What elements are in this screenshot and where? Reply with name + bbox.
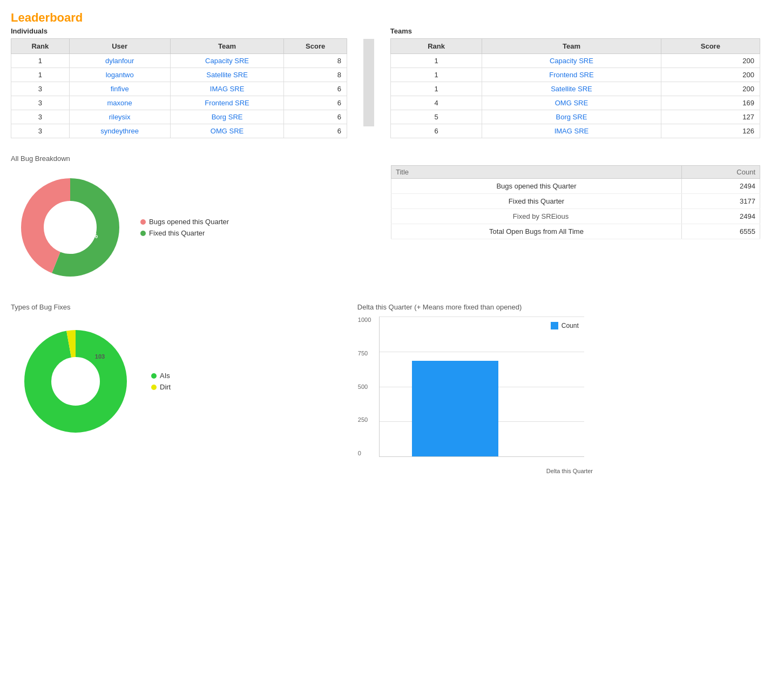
table-row: 3 syndeythree OMG SRE 6 — [11, 124, 347, 138]
table-row: 1 Capacity SRE 200 — [390, 54, 760, 68]
ind-team[interactable]: Frontend SRE — [170, 96, 284, 110]
table-row: 1 Frontend SRE 200 — [390, 68, 760, 82]
bar-legend-label: Count — [562, 322, 579, 329]
ind-team[interactable]: Borg SRE — [170, 110, 284, 124]
bar-legend: Count — [551, 322, 579, 329]
individuals-table: Rank User Team Score 1 dylanfour Capacit… — [11, 38, 347, 138]
ind-rank: 3 — [11, 124, 70, 138]
team-score: 200 — [661, 54, 760, 68]
team-rank: 6 — [390, 124, 482, 138]
yellow-fix-dot — [151, 385, 157, 390]
bug-count: 3177 — [682, 194, 760, 209]
ind-score: 6 — [284, 110, 347, 124]
bar-chart-area: Delta this Quarter (+ Means more fixed t… — [357, 303, 760, 474]
team-name[interactable]: Borg SRE — [482, 110, 661, 124]
fixes-donut-wrapper: 3074 103 AIs Dirt — [11, 317, 347, 446]
ind-user[interactable]: dylanfour — [69, 54, 170, 68]
table-row: 1 logantwo Satellite SRE 8 — [11, 68, 347, 82]
bug-title: Fixed by SREious — [391, 209, 682, 224]
ind-col-user: User — [69, 39, 170, 54]
ind-score: 8 — [284, 68, 347, 82]
bug-fixes-title: Types of Bug Fixes — [11, 303, 347, 311]
team-score: 127 — [661, 110, 760, 124]
fixes-legend-label-2: Dirt — [160, 383, 171, 391]
ind-rank: 1 — [11, 54, 70, 68]
ind-team[interactable]: IMAG SRE — [170, 82, 284, 96]
y-label-250: 250 — [358, 416, 371, 423]
y-axis: 1000 750 500 250 0 — [358, 317, 371, 456]
ind-user[interactable]: finfive — [69, 82, 170, 96]
team-col-rank: Rank — [390, 39, 482, 54]
ind-score: 6 — [284, 124, 347, 138]
team-rank: 1 — [390, 54, 482, 68]
individuals-label: Individuals — [11, 27, 347, 35]
table-row: Total Open Bugs from All Time 6555 — [391, 224, 760, 239]
teams-table: Rank Team Score 1 Capacity SRE 200 1 Fro… — [390, 38, 760, 138]
fixes-legend-item-2: Dirt — [151, 383, 171, 391]
team-name[interactable]: Capacity SRE — [482, 54, 661, 68]
fixes-donut-chart: 3074 103 — [11, 317, 140, 446]
x-axis-label: Delta this Quarter — [379, 468, 760, 474]
team-score: 200 — [661, 68, 760, 82]
teams-block: Teams Rank Team Score 1 Capacity SRE 200… — [390, 27, 760, 138]
ind-team[interactable]: Capacity SRE — [170, 54, 284, 68]
bar-chart-container: 1000 750 500 250 0 Count — [379, 317, 584, 457]
ind-user[interactable]: syndeythree — [69, 124, 170, 138]
ind-score: 8 — [284, 54, 347, 68]
bug-count: 2494 — [682, 179, 760, 194]
table-row: 4 OMG SRE 169 — [390, 96, 760, 110]
bug-count: 6555 — [682, 224, 760, 239]
bug-breakdown-section: All Bug Breakdown 44% 56% Bugs opened th… — [11, 154, 760, 287]
ind-col-rank: Rank — [11, 39, 70, 54]
bug-legend-item-1: Bugs opened this Quarter — [140, 218, 229, 226]
table-row: 5 Borg SRE 127 — [390, 110, 760, 124]
y-label-1000: 1000 — [358, 317, 371, 323]
table-row: 3 rileysix Borg SRE 6 — [11, 110, 347, 124]
green-dot — [140, 231, 146, 236]
ind-col-team: Team — [170, 39, 284, 54]
y-label-0: 0 — [358, 450, 371, 456]
ind-col-score: Score — [284, 39, 347, 54]
ind-team[interactable]: Satellite SRE — [170, 68, 284, 82]
bug-legend: Bugs opened this Quarter Fixed this Quar… — [140, 218, 229, 237]
team-name[interactable]: Satellite SRE — [482, 82, 661, 96]
team-score: 200 — [661, 82, 760, 96]
pink-pct-label: 44% — [84, 232, 98, 240]
bug-col-title: Title — [391, 166, 682, 179]
y-label-500: 500 — [358, 383, 371, 390]
teams-label: Teams — [390, 27, 760, 35]
ind-rank: 3 — [11, 110, 70, 124]
bug-legend-label-2: Fixed this Quarter — [149, 229, 205, 237]
green-fixes-label: 3074 — [66, 385, 85, 394]
grid-750 — [380, 352, 584, 352]
table-row: Bugs opened this Quarter 2494 — [391, 179, 760, 194]
ind-user[interactable]: logantwo — [69, 68, 170, 82]
pink-dot — [140, 219, 146, 225]
table-row: 3 finfive IMAG SRE 6 — [11, 82, 347, 96]
team-col-team: Team — [482, 39, 661, 54]
bug-title: Bugs opened this Quarter — [391, 179, 682, 194]
team-name[interactable]: OMG SRE — [482, 96, 661, 110]
ind-user[interactable]: rileysix — [69, 110, 170, 124]
ind-user[interactable]: maxone — [69, 96, 170, 110]
table-row: 1 dylanfour Capacity SRE 8 — [11, 54, 347, 68]
bug-stats-table: Title Count Bugs opened this Quarter 249… — [391, 165, 760, 239]
bottom-charts-row: Types of Bug Fixes 3074 103 AIs Dirt — [11, 303, 760, 474]
table-row: Fixed this Quarter 3177 — [391, 194, 760, 209]
ind-team[interactable]: OMG SRE — [170, 124, 284, 138]
table-row: Fixed by SREious 2494 — [391, 209, 760, 224]
team-name[interactable]: IMAG SRE — [482, 124, 661, 138]
team-score: 126 — [661, 124, 760, 138]
fixes-legend-item-1: AIs — [151, 372, 171, 380]
bar-chart-outer: 1000 750 500 250 0 Count De — [357, 317, 760, 474]
bug-donut-chart: 44% 56% — [11, 168, 130, 287]
y-label-750: 750 — [358, 350, 371, 356]
ind-score: 6 — [284, 82, 347, 96]
grid-1000 — [380, 317, 584, 317]
bug-legend-item-2: Fixed this Quarter — [140, 229, 229, 237]
ind-score: 6 — [284, 96, 347, 110]
team-rank: 1 — [390, 68, 482, 82]
green-pct-label: 56% — [44, 226, 58, 234]
team-name[interactable]: Frontend SRE — [482, 68, 661, 82]
table-row: 3 maxone Frontend SRE 6 — [11, 96, 347, 110]
